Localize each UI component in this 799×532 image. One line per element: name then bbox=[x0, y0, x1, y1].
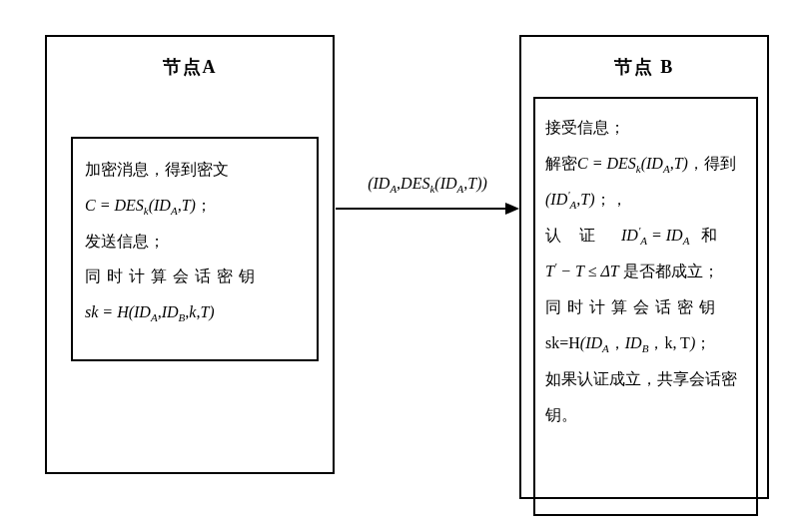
node-a-box: 节点A 加密消息，得到密文 C = DESk(IDA,T)； 发送信息； 同时计… bbox=[45, 35, 335, 474]
a-line1: 加密消息，得到密文 bbox=[85, 153, 305, 187]
b-l5-t3: T bbox=[610, 263, 619, 279]
a-l2-semi: ； bbox=[196, 197, 212, 214]
node-b-title: 节点 B bbox=[521, 37, 767, 79]
b-l4-a2: A bbox=[683, 235, 690, 247]
a-l5-sk: sk bbox=[85, 303, 98, 320]
b-l2-suffix: ，得到 bbox=[688, 155, 736, 172]
b-l4-a1: A bbox=[640, 235, 647, 247]
a-l2-ida: ID bbox=[154, 197, 171, 214]
b-l7-ida: ID bbox=[585, 334, 602, 351]
a-l2-eq: = bbox=[96, 197, 115, 214]
b-l4-prefix: 认证 bbox=[545, 227, 613, 244]
b-l3-semi: ；， bbox=[595, 191, 627, 208]
b-l5-minus: − bbox=[556, 263, 575, 279]
arr-des: DES bbox=[400, 175, 429, 192]
b-line4: 认证 ID'A = IDA 和 bbox=[545, 219, 746, 253]
b-l7-k: k, T bbox=[664, 334, 689, 351]
a-l2-c: C bbox=[85, 197, 96, 214]
b-l3-id: ID bbox=[550, 191, 567, 208]
b-line9: 钥。 bbox=[545, 398, 746, 432]
b-l5-suffix: 是否都成立； bbox=[619, 263, 719, 279]
b-l5-t: T bbox=[545, 263, 554, 279]
a-l5-ida: ID bbox=[134, 303, 151, 320]
b-l7-c1: ， bbox=[609, 334, 625, 351]
node-a-title: 节点A bbox=[47, 37, 333, 79]
a-l5-h: H bbox=[117, 303, 129, 320]
b-line8: 如果认证成立，共享会话密 bbox=[545, 362, 746, 396]
svg-marker-1 bbox=[505, 203, 519, 215]
b-l2-t: T bbox=[674, 155, 683, 172]
a-l5-t: T bbox=[200, 303, 209, 320]
arr-t: T bbox=[467, 175, 476, 192]
b-l2-des: DES bbox=[606, 155, 635, 172]
arrow-icon bbox=[336, 199, 519, 219]
node-a-inner: 加密消息，得到密文 C = DESk(IDA,T)； 发送信息； 同时计算会话密… bbox=[71, 137, 319, 361]
b-l7-sk: sk=H bbox=[545, 334, 580, 351]
b-l7-idb: ID bbox=[625, 334, 642, 351]
b-l4-suffix: 和 bbox=[701, 227, 717, 244]
b-l5-le: ≤ bbox=[584, 263, 601, 279]
arrow-label: (IDA,DESk(IDA,T)) bbox=[336, 175, 519, 195]
b-l7-c2: ， bbox=[648, 334, 664, 351]
b-l2-prefix: 解密 bbox=[545, 155, 577, 172]
b-line5: T' − T ≤ ΔT 是否都成立； bbox=[545, 255, 746, 288]
b-l2-eq: = bbox=[588, 155, 607, 172]
b-l2-c: C bbox=[577, 155, 588, 172]
a-l5-idb: ID bbox=[162, 303, 179, 320]
arr-close: ) bbox=[482, 175, 487, 192]
b-l3-t: T bbox=[580, 191, 589, 208]
b-l5-t2: T bbox=[575, 263, 584, 279]
b-l4-eq: = bbox=[647, 227, 666, 244]
node-b-box: 节点 B 接受信息； 解密C = DESk(IDA,T)，得到 (ID'A,T)… bbox=[519, 35, 769, 499]
b-line3: (ID'A,T)；， bbox=[545, 183, 746, 217]
a-l5-eq: = bbox=[98, 303, 117, 320]
a-line3: 发送信息； bbox=[85, 225, 305, 259]
a-l2-t: T bbox=[182, 197, 191, 214]
a-line4: 同时计算会话密钥 bbox=[85, 260, 305, 293]
b-line7: sk=H(IDA，IDB，k, T)； bbox=[545, 326, 746, 360]
b-l5-delta: Δ bbox=[600, 263, 609, 279]
a-line5: sk = H(IDA,IDB,k,T) bbox=[85, 295, 305, 329]
b-line2: 解密C = DESk(IDA,T)，得到 bbox=[545, 147, 746, 181]
a-line2: C = DESk(IDA,T)； bbox=[85, 189, 305, 223]
arrow-group: (IDA,DESk(IDA,T)) bbox=[336, 175, 519, 219]
node-b-inner: 接受信息； 解密C = DESk(IDA,T)，得到 (ID'A,T)；， 认证… bbox=[533, 97, 758, 516]
b-l4-id1: ID bbox=[621, 227, 638, 244]
b-l2-ida: ID bbox=[646, 155, 663, 172]
arr-ida: ID bbox=[373, 175, 390, 192]
b-line6: 同时计算会话密钥 bbox=[545, 290, 746, 324]
b-l7-a: A bbox=[602, 342, 609, 354]
a-l2-des: DES bbox=[114, 197, 143, 214]
a-l2-a: A bbox=[171, 205, 178, 217]
b-l4-id2: ID bbox=[666, 227, 683, 244]
b-l2-a: A bbox=[663, 163, 670, 175]
b-line1: 接受信息； bbox=[545, 111, 746, 145]
a-l1-text: 加密消息，得到密文 bbox=[85, 161, 229, 178]
a-l5-a: A bbox=[151, 311, 158, 323]
a-l5-close: ) bbox=[209, 303, 214, 320]
arr-ida2: ID bbox=[440, 175, 457, 192]
b-l7-semi: ； bbox=[695, 334, 711, 351]
